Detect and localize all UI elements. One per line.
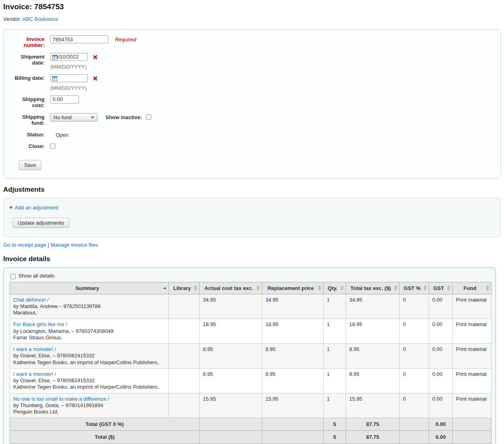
author-line: by Thunberg, Greta, – 9780141991894	[13, 402, 165, 409]
publisher-line: Farrar Straus Giroux,	[13, 335, 165, 341]
column-label: Total tax exc. ($)	[350, 285, 391, 291]
manage-invoice-files-link[interactable]: Manage invoice files	[51, 242, 98, 248]
title-link[interactable]: No one is too small to make a difference…	[13, 396, 109, 402]
column-header-fund[interactable]: Fund	[453, 282, 492, 294]
clear-shipment-date-icon[interactable]	[93, 55, 98, 60]
sort-icon	[257, 286, 260, 290]
vendor-link[interactable]: ABC Bookstore	[22, 16, 58, 22]
go-to-receipt-link[interactable]: Go to receipt page	[3, 242, 46, 248]
fund-cell: Print material	[453, 294, 492, 319]
close-checkbox[interactable]	[50, 144, 55, 149]
close-row: Close:	[8, 142, 496, 150]
status-label: Status:	[8, 131, 45, 138]
shipping-cost-input[interactable]	[50, 95, 79, 103]
column-header-gst[interactable]: GST	[429, 282, 453, 294]
publisher-line: Marabout,	[13, 310, 165, 316]
column-header-gst[interactable]: GST %	[400, 282, 429, 294]
by-label: by	[13, 402, 19, 408]
plus-icon: +	[9, 204, 13, 211]
invoice-line-row: Chat défonce! /by Marttila, Andrew – 978…	[10, 294, 492, 319]
footer-label: Total (GST 0 %)	[10, 418, 200, 431]
sort-icon	[423, 286, 427, 290]
gst-cell: 0.00	[429, 319, 453, 344]
author-line: by Gravel, Elise, – 9780062415332	[13, 377, 165, 384]
column-label: Fund	[464, 285, 476, 291]
qty-cell: 1	[324, 319, 346, 344]
title-link[interactable]: I want a monster! /	[13, 371, 56, 377]
invoice-number-input[interactable]	[50, 35, 109, 43]
invoice-number-row: Invoice number: Required	[8, 35, 496, 49]
triangle-down-icon	[423, 288, 427, 290]
update-adjustments-button[interactable]: Update adjustments	[12, 218, 69, 228]
billing-date-label: Billing date:	[8, 74, 45, 81]
column-header-qty[interactable]: Qty.	[324, 282, 346, 294]
replacement-price-cell: 8.95	[262, 344, 324, 369]
invoice-line-row: No one is too small to make a difference…	[10, 393, 492, 418]
footer-row: Total (GST 0 %)587.750.00	[10, 418, 492, 431]
summary-cell: Chat défonce! /by Marttila, Andrew – 978…	[10, 294, 169, 319]
author-line: by Gravel, Elise, – 9780062415332	[13, 353, 165, 359]
title-line: For Black girls like me /	[13, 321, 165, 328]
author-line: by Marttila, Andrew – 9782501139786	[13, 303, 165, 310]
publisher-line: Penguin Books Ltd,	[13, 409, 165, 415]
vendor-line: Vendor: ABC Bookstore	[3, 16, 501, 22]
gst-pct-cell: 0	[400, 393, 429, 418]
sort-icon	[340, 286, 344, 290]
title-link[interactable]: Chat défonce! /	[13, 297, 49, 303]
footer-fund-cell	[453, 418, 492, 431]
footer-total: 87.75	[346, 418, 400, 431]
shipping-fund-select[interactable]: No fund	[50, 113, 97, 122]
gst-pct-cell: 0	[400, 294, 429, 319]
footer-gst: 0.00	[429, 418, 453, 431]
column-header-total-tax-exc[interactable]: Total tax exc. ($)	[346, 282, 400, 294]
title-line: Chat défonce! /	[13, 297, 165, 303]
column-header-replacement-price[interactable]: Replacement price	[262, 282, 324, 294]
add-adjustment-link[interactable]: +Add an adjustment	[9, 204, 58, 211]
author-line: by Lockington, Mariama, – 9780374308049	[13, 328, 165, 335]
column-header-summary[interactable]: Summary	[10, 282, 169, 294]
column-header-library[interactable]: Library	[169, 282, 200, 294]
invoice-number-label: Invoice number:	[8, 35, 45, 49]
summary-cell: For Black girls like me /by Lockington, …	[10, 319, 169, 344]
shipment-date-input[interactable]	[50, 53, 88, 61]
shipping-fund-row: Shipping fund: No fund Show inactive:	[8, 113, 496, 126]
status-value: Open	[50, 131, 69, 138]
clear-billing-date-icon[interactable]	[93, 76, 98, 81]
total-tax-exc-cell: 18.95	[346, 319, 400, 344]
publisher-line: Katherine Tegen Books, an imprint of Har…	[13, 384, 165, 390]
by-label: by	[13, 353, 19, 359]
triangle-down-icon	[486, 288, 489, 290]
footer-actual-cost-cell	[200, 431, 262, 444]
footer-qty: 5	[324, 418, 346, 431]
library-cell	[169, 294, 200, 319]
triangle-up-icon	[257, 286, 260, 288]
title-link[interactable]: For Black girls like me /	[13, 321, 67, 327]
add-adjustment-label: Add an adjustment	[15, 205, 58, 211]
billing-date-input[interactable]	[50, 74, 88, 82]
library-cell	[169, 368, 200, 393]
gst-pct-cell: 0	[400, 368, 429, 393]
replacement-price-cell: 8.95	[262, 368, 324, 393]
column-label: Summary	[75, 285, 99, 291]
actual-cost-cell: 15.95	[200, 393, 262, 418]
invoice-details-panel: Show all details SummaryLibraryActual co…	[3, 267, 496, 444]
publisher-line: Katherine Tegen Books, an imprint of Har…	[13, 359, 165, 366]
footer-gst: 0.00	[429, 431, 453, 444]
column-label: GST %	[404, 285, 421, 291]
show-all-details-checkbox[interactable]	[10, 274, 16, 279]
triangle-up-icon	[423, 286, 427, 288]
show-all-details-toggle[interactable]: Show all details	[10, 273, 490, 279]
save-button[interactable]: Save	[19, 160, 41, 170]
column-header-actual-cost-tax-exc[interactable]: Actual cost tax exc.	[200, 282, 262, 294]
footer-fund-cell	[453, 431, 492, 444]
title-line: No one is too small to make a difference…	[13, 396, 165, 402]
column-label: Actual cost tax exc.	[204, 285, 253, 291]
show-inactive-checkbox[interactable]	[146, 114, 151, 120]
summary-cell: I want a monster! /by Gravel, Elise, – 9…	[10, 344, 169, 369]
total-tax-exc-cell: 34.95	[346, 294, 400, 319]
title-link[interactable]: I want a monster! /	[13, 346, 56, 352]
by-label: by	[13, 328, 19, 334]
replacement-price-cell: 18.95	[262, 319, 324, 344]
title-line: I want a monster! /	[13, 371, 165, 377]
footer-row: Total ($)587.750.00	[10, 431, 492, 444]
